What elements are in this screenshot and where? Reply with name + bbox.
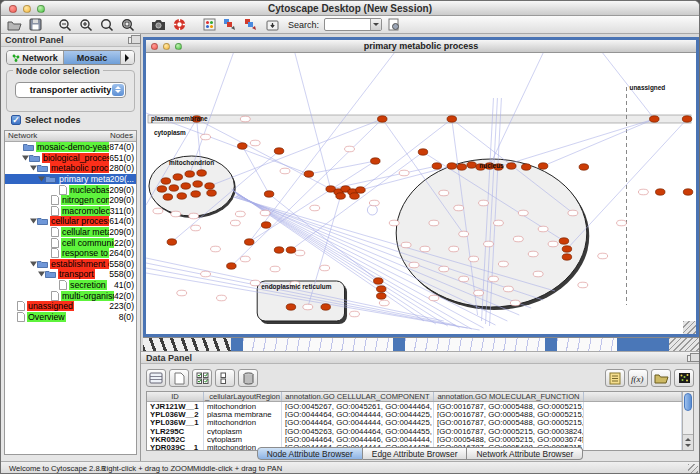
network-node[interactable]	[286, 304, 296, 310]
tab-network[interactable]: Network	[7, 51, 64, 64]
network-node[interactable]	[310, 205, 320, 211]
network-node[interactable]	[538, 163, 548, 169]
network-node[interactable]	[167, 239, 177, 245]
network-node[interactable]	[173, 174, 183, 180]
network-node[interactable]	[467, 162, 477, 168]
network-node[interactable]	[650, 116, 660, 122]
import-network-icon[interactable]	[263, 17, 281, 32]
view-resize-grip[interactable]	[683, 321, 696, 334]
network-node[interactable]	[559, 238, 569, 244]
unselect-attributes-icon[interactable]	[215, 369, 235, 387]
network-node[interactable]	[399, 170, 409, 176]
network-node[interactable]	[518, 210, 528, 216]
open-file-icon[interactable]	[5, 17, 23, 32]
network-node[interactable]	[286, 247, 296, 253]
float-panel-icon[interactable]	[687, 355, 695, 362]
network-node[interactable]	[197, 170, 207, 176]
network-node[interactable]	[185, 171, 195, 177]
network-node[interactable]	[439, 266, 449, 272]
tree-row[interactable]: nitrogen compo209(0)	[5, 195, 136, 206]
expander-icon[interactable]	[29, 218, 37, 224]
network-node[interactable]	[320, 265, 330, 271]
tree-row[interactable]: Overview8(0)	[5, 312, 136, 323]
tab-mosaic[interactable]: Mosaic	[64, 51, 121, 64]
network-node[interactable]	[207, 190, 217, 196]
scrollbar-thumb[interactable]	[684, 393, 692, 411]
network-node[interactable]	[191, 225, 201, 231]
network-node[interactable]	[161, 178, 171, 184]
network-node[interactable]	[181, 183, 191, 189]
tree-row[interactable]: cellular metabo209(0)	[5, 227, 136, 238]
background-window-fragment[interactable]	[143, 338, 231, 352]
attribute-matrix-icon[interactable]	[674, 369, 694, 387]
tree-row[interactable]: cell communicat22(0)	[5, 237, 136, 248]
select-stepper-icon[interactable]	[112, 84, 124, 96]
network-node[interactable]	[454, 205, 464, 211]
network-view-titlebar[interactable]: primary metabolic process	[146, 40, 696, 53]
network-node[interactable]	[439, 190, 449, 196]
network-node[interactable]	[205, 183, 215, 189]
network-node[interactable]	[378, 116, 388, 122]
window-titlebar[interactable]: Cytoscape Desktop (New Session)	[1, 1, 699, 16]
network-node[interactable]	[503, 286, 513, 292]
network-node[interactable]	[356, 187, 366, 193]
network-node[interactable]	[191, 191, 201, 197]
plugin-manager-icon[interactable]	[200, 17, 218, 32]
network-node[interactable]	[171, 211, 181, 217]
attribute-table-icon[interactable]	[146, 369, 166, 387]
network-node[interactable]	[321, 304, 331, 310]
network-node[interactable]	[683, 189, 693, 195]
network-node[interactable]	[533, 271, 543, 277]
network-node[interactable]	[379, 300, 389, 306]
network-node[interactable]	[459, 231, 469, 237]
network-node[interactable]	[521, 164, 531, 170]
network-node[interactable]	[244, 239, 254, 245]
network-node[interactable]	[510, 300, 520, 306]
network-node[interactable]	[169, 185, 179, 191]
annotation-delete-icon[interactable]	[242, 17, 260, 32]
save-icon[interactable]	[26, 17, 44, 32]
network-node[interactable]	[250, 280, 260, 286]
network-node[interactable]	[235, 211, 245, 217]
network-node[interactable]	[469, 256, 479, 262]
network-node[interactable]	[507, 163, 517, 169]
search-options-icon[interactable]	[385, 17, 403, 32]
network-node[interactable]	[548, 241, 558, 247]
network-node[interactable]	[303, 304, 313, 310]
network-node[interactable]	[336, 193, 346, 199]
network-node[interactable]	[528, 251, 538, 257]
help-icon[interactable]	[170, 17, 188, 32]
tab-edge-attribute-browser[interactable]: Edge Attribute Browser	[363, 447, 468, 460]
network-node[interactable]	[295, 250, 305, 256]
delete-attribute-icon[interactable]	[238, 369, 258, 387]
network-node[interactable]	[274, 247, 284, 253]
tree-row[interactable]: macromolecule311(0)	[5, 206, 136, 217]
tab-node-attribute-browser[interactable]: Node Attribute Browser	[257, 447, 363, 460]
tree-row[interactable]: secretion41(0)	[5, 280, 136, 291]
network-node[interactable]	[304, 171, 314, 177]
network-node[interactable]	[274, 148, 284, 154]
network-node[interactable]	[432, 163, 442, 169]
attribute-list-icon[interactable]	[605, 369, 625, 387]
zoom-selected-icon[interactable]	[98, 17, 116, 32]
column-header[interactable]: annotation.GO MOLECULAR_FUNCTION	[434, 392, 584, 401]
column-header[interactable]: annotation.GO CELLULAR_COMPONENT	[282, 392, 434, 401]
network-node[interactable]	[449, 246, 459, 252]
background-window-fragment[interactable]	[405, 338, 545, 352]
network-node[interactable]	[374, 278, 384, 284]
window-resize-grip[interactable]	[688, 464, 698, 474]
snapshot-icon[interactable]	[149, 17, 167, 32]
tree-row[interactable]: transport558(0)	[5, 269, 136, 280]
network-node[interactable]	[420, 246, 430, 252]
import-attributes-icon[interactable]	[651, 369, 671, 387]
select-attributes-icon[interactable]	[192, 369, 212, 387]
tree-row[interactable]: multi-organism pro42(0)	[5, 290, 136, 301]
network-node[interactable]	[201, 271, 211, 277]
table-row[interactable]: YPL036W__2plasma membrane[GO:0044464, GO…	[147, 410, 682, 418]
tree-row[interactable]: mosaic-demo-yeast874(0)	[5, 142, 136, 153]
network-canvas[interactable]: plasma membranecytoplasmmitochondrionnuc…	[146, 53, 696, 334]
more-tabs-icon[interactable]	[121, 51, 134, 64]
column-header[interactable]	[584, 392, 682, 401]
annotation-create-icon[interactable]	[221, 17, 239, 32]
network-node[interactable]	[230, 220, 240, 226]
